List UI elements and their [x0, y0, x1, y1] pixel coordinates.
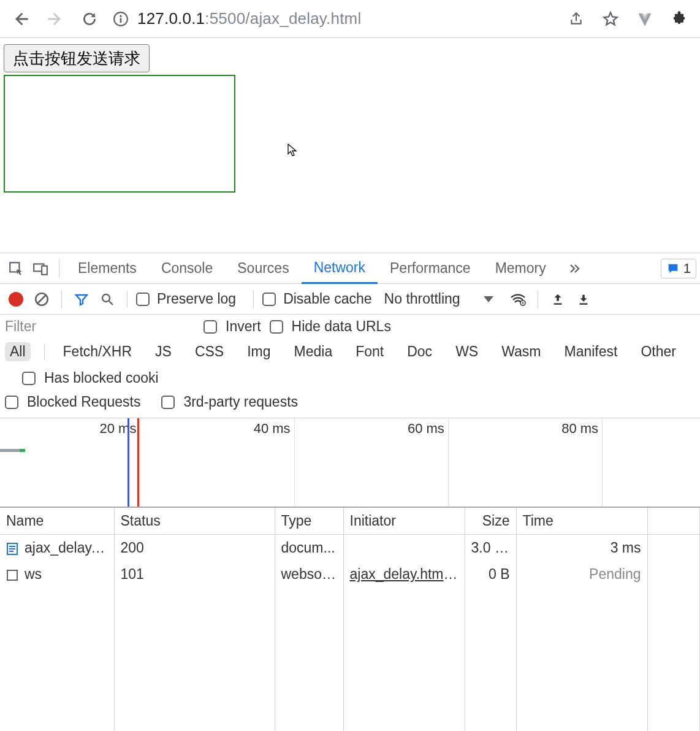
send-request-button[interactable]: 点击按钮发送请求 [4, 44, 150, 72]
network-timeline[interactable]: 20 ms40 ms60 ms80 ms [0, 418, 700, 508]
chevron-double-right-icon [567, 261, 582, 276]
svg-rect-5 [42, 266, 47, 274]
vue-devtools-button[interactable] [629, 4, 661, 34]
svg-line-9 [109, 301, 113, 305]
svg-rect-12 [554, 303, 561, 304]
tab-sources[interactable]: Sources [225, 253, 301, 284]
blocked-cookies-label: Has blocked cooki [44, 370, 159, 386]
type-filter-css[interactable]: CSS [190, 342, 229, 361]
network-table: Name Status Type Initiator Size Time aja… [0, 508, 700, 731]
type-filter-font[interactable]: Font [351, 342, 389, 361]
separator [127, 291, 127, 308]
tab-network[interactable]: Network [302, 253, 378, 284]
third-party-checkbox[interactable] [161, 396, 175, 409]
issues-count: 1 [683, 261, 691, 277]
result-box [4, 75, 235, 193]
request-type: websoc... [275, 561, 343, 587]
tick-label: 60 ms [408, 421, 448, 437]
blocked-requests-checkbox[interactable] [5, 396, 18, 409]
network-toolbar: Preserve log Disable cache No throttling [0, 284, 700, 315]
record-button[interactable] [5, 288, 27, 310]
forward-button[interactable] [39, 4, 71, 34]
col-size[interactable]: Size [465, 508, 516, 535]
table-header: Name Status Type Initiator Size Time [0, 508, 700, 535]
page-viewport: 点击按钮发送请求 [0, 38, 700, 253]
browser-toolbar: 127.0.0.1:5500/ajax_delay.html [0, 0, 700, 38]
invert-checkbox[interactable] [204, 320, 217, 334]
initiator-link[interactable]: ajax_delay.html:69 [350, 566, 465, 582]
filter-toggle-button[interactable] [70, 288, 93, 310]
extensions-button[interactable] [663, 4, 695, 34]
col-time[interactable]: Time [516, 508, 647, 535]
separator [253, 291, 254, 308]
col-name[interactable]: Name [0, 508, 114, 535]
more-tabs-button[interactable] [562, 256, 587, 281]
svg-rect-13 [579, 303, 587, 304]
disable-cache-checkbox[interactable] [262, 293, 276, 306]
hide-data-urls-checkbox[interactable] [270, 320, 283, 334]
search-button[interactable] [96, 288, 118, 310]
request-status: 101 [114, 561, 275, 587]
col-status[interactable]: Status [114, 508, 275, 535]
col-initiator[interactable]: Initiator [343, 508, 465, 535]
tab-memory[interactable]: Memory [483, 253, 558, 284]
type-filter-img[interactable]: Img [242, 342, 275, 361]
blocked-cookies-checkbox[interactable] [22, 372, 36, 385]
type-filter-other[interactable]: Other [636, 342, 681, 361]
extra-filter-bar: Blocked Requests 3rd-party requests [0, 390, 700, 418]
type-filter-media[interactable]: Media [289, 342, 338, 361]
inspect-element-button[interactable] [4, 256, 28, 281]
device-toolbar-button[interactable] [28, 256, 53, 281]
back-button[interactable] [5, 4, 37, 34]
throttling-select[interactable]: No throttling [384, 291, 460, 307]
table-row[interactable]: ajax_delay.h...200docum...3.0 kB3 ms [0, 535, 700, 562]
reload-icon [82, 11, 97, 27]
request-name: ajax_delay.h... [25, 540, 114, 556]
separator [59, 259, 59, 278]
chevron-down-icon[interactable] [484, 296, 493, 302]
issues-button[interactable]: 1 [661, 259, 696, 278]
arrow-left-icon [12, 10, 29, 28]
type-filter-ws[interactable]: WS [451, 342, 483, 361]
col-type[interactable]: Type [275, 508, 343, 535]
upload-icon [551, 293, 565, 306]
network-conditions-button[interactable] [507, 288, 529, 310]
table-row[interactable]: ws101websoc...ajax_delay.html:690 BPendi… [0, 561, 700, 587]
type-filter-all[interactable]: All [5, 342, 31, 361]
type-filter-wasm[interactable]: Wasm [496, 342, 546, 361]
col-waterfall[interactable] [647, 508, 700, 535]
site-info-icon[interactable] [113, 11, 129, 27]
tab-performance[interactable]: Performance [378, 253, 483, 284]
type-filter-doc[interactable]: Doc [402, 342, 437, 361]
tab-elements[interactable]: Elements [66, 253, 149, 284]
puzzle-icon [671, 10, 688, 28]
bookmark-button[interactable] [595, 4, 626, 34]
blocked-requests-label: Blocked Requests [27, 394, 140, 410]
download-icon [577, 293, 590, 306]
download-har-button[interactable] [573, 288, 595, 310]
hide-data-urls-label: Hide data URLs [292, 318, 391, 335]
devtools-tabbar: ElementsConsoleSourcesNetworkPerformance… [0, 253, 700, 284]
address-bar[interactable]: 127.0.0.1:5500/ajax_delay.html [108, 7, 558, 31]
preserve-log-label: Preserve log [157, 291, 236, 307]
request-time: Pending [516, 561, 647, 587]
wifi-gear-icon [509, 292, 527, 307]
type-filter-manifest[interactable]: Manifest [560, 342, 623, 361]
vue-icon [636, 10, 653, 28]
type-filter-js[interactable]: JS [150, 342, 177, 361]
tab-console[interactable]: Console [149, 253, 225, 284]
separator [61, 291, 62, 308]
share-button[interactable] [560, 4, 592, 34]
preserve-log-checkbox[interactable] [136, 293, 150, 306]
type-filter-fetchxhr[interactable]: Fetch/XHR [58, 342, 137, 361]
filter-input[interactable]: Filter [5, 318, 195, 335]
upload-har-button[interactable] [547, 288, 569, 310]
share-icon [568, 11, 584, 27]
tick-label: 40 ms [254, 421, 294, 437]
clear-button[interactable] [31, 288, 53, 310]
request-name: ws [25, 566, 42, 582]
reload-button[interactable] [74, 4, 105, 34]
throttling-value: No throttling [384, 291, 460, 307]
svg-point-8 [102, 294, 110, 302]
separator [538, 291, 538, 308]
